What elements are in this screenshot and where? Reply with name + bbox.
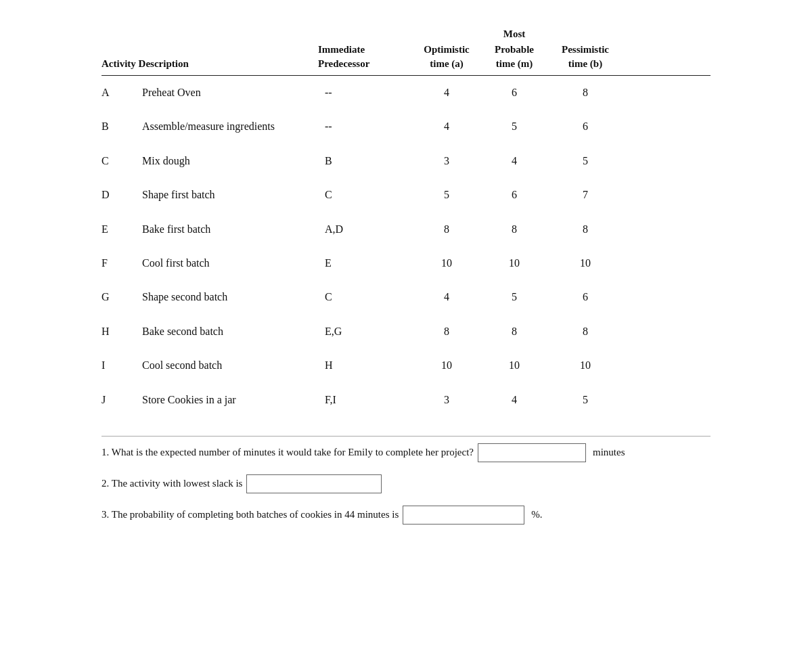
cell-desc: Bake first batch: [142, 222, 318, 237]
cell-pred: --: [318, 85, 413, 100]
cell-pred: C: [318, 187, 413, 202]
cell-time-m: 10: [480, 256, 548, 271]
cell-time-b: 8: [548, 85, 623, 100]
cell-id: G: [102, 290, 142, 305]
question-1-text: 1. What is the expected number of minute…: [102, 447, 474, 458]
header-top-row: Most: [102, 27, 710, 41]
cell-time-a: 3: [413, 154, 480, 169]
cell-pred: C: [318, 290, 413, 305]
question-3-unit: %.: [531, 509, 542, 520]
cell-time-b: 6: [548, 119, 623, 134]
question-2-row: 2. The activity with lowest slack is: [102, 474, 710, 493]
question-3-row: 3. The probability of completing both ba…: [102, 506, 710, 525]
questions-section: 1. What is the expected number of minute…: [102, 436, 710, 525]
cell-time-m: 10: [480, 358, 548, 373]
cell-id: B: [102, 119, 142, 134]
col-optimistic-header: Optimistic time (a): [413, 43, 480, 71]
cell-id: J: [102, 393, 142, 407]
cell-time-m: 4: [480, 154, 548, 169]
cell-desc: Store Cookies in a jar: [142, 393, 318, 407]
cell-time-b: 5: [548, 154, 623, 169]
most-label: Most: [480, 27, 548, 41]
cell-pred: --: [318, 119, 413, 134]
col3-blank-top: [318, 27, 413, 41]
time-b-label: time (b): [568, 57, 602, 71]
cell-time-m: 5: [480, 290, 548, 305]
table-row: F Cool first batch E 10 10 10: [102, 246, 710, 280]
cell-id: I: [102, 358, 142, 373]
cell-id: C: [102, 154, 142, 169]
pessimistic-label: Pessimistic: [562, 43, 609, 57]
cell-desc: Mix dough: [142, 154, 318, 169]
table-row: G Shape second batch C 4 5 6: [102, 280, 710, 314]
col1-blank-top: [102, 27, 142, 41]
activity-table: A Preheat Oven -- 4 6 8 B Assemble/measu…: [102, 76, 710, 417]
cell-id: A: [102, 85, 142, 100]
probable-label: Probable: [495, 43, 534, 57]
cell-time-a: 8: [413, 324, 480, 339]
cell-time-a: 10: [413, 256, 480, 271]
cell-time-b: 6: [548, 290, 623, 305]
table-row: A Preheat Oven -- 4 6 8: [102, 76, 710, 110]
predecessor-label: Predecessor: [318, 57, 369, 71]
cell-id: E: [102, 222, 142, 237]
col4-blank-top: [413, 27, 480, 41]
immediate-label: Immediate: [318, 43, 365, 57]
cell-time-m: 6: [480, 187, 548, 202]
table-row: E Bake first batch A,D 8 8 8: [102, 213, 710, 246]
cell-desc: Bake second batch: [142, 324, 318, 339]
cell-desc: Cool first batch: [142, 256, 318, 271]
cell-id: D: [102, 187, 142, 202]
cell-id: H: [102, 324, 142, 339]
cell-time-a: 5: [413, 187, 480, 202]
cell-time-a: 4: [413, 85, 480, 100]
cell-desc: Shape first batch: [142, 187, 318, 202]
question-3-input[interactable]: [403, 506, 524, 525]
cell-time-b: 10: [548, 256, 623, 271]
header-bottom-row: Activity Description Immediate Predecess…: [102, 43, 710, 76]
cell-pred: E: [318, 256, 413, 271]
cell-time-m: 4: [480, 393, 548, 407]
cell-time-b: 7: [548, 187, 623, 202]
cell-time-m: 8: [480, 222, 548, 237]
cell-desc: Shape second batch: [142, 290, 318, 305]
cell-pred: F,I: [318, 393, 413, 407]
time-m-label: time (m): [496, 57, 533, 71]
question-2-input[interactable]: [246, 474, 382, 493]
cell-time-b: 5: [548, 393, 623, 407]
cell-time-m: 8: [480, 324, 548, 339]
col-probable-header: Probable time (m): [480, 43, 548, 71]
question-1-row: 1. What is the expected number of minute…: [102, 443, 710, 462]
cell-pred: A,D: [318, 222, 413, 237]
page-container: Most Activity Description Immediate Pred…: [102, 27, 710, 525]
col6-blank-top: [548, 27, 623, 41]
cell-pred: E,G: [318, 324, 413, 339]
table-row: D Shape first batch C 5 6 7: [102, 178, 710, 212]
cell-time-b: 8: [548, 222, 623, 237]
table-row: B Assemble/measure ingredients -- 4 5 6: [102, 110, 710, 143]
cell-pred: H: [318, 358, 413, 373]
question-1-unit: minutes: [593, 447, 625, 458]
optimistic-label: Optimistic: [424, 43, 470, 57]
cell-time-a: 3: [413, 393, 480, 407]
question-3-text: 3. The probability of completing both ba…: [102, 509, 399, 520]
time-a-label: time (a): [430, 57, 464, 71]
col2-blank-top: [142, 27, 318, 41]
cell-time-a: 4: [413, 119, 480, 134]
cell-time-m: 6: [480, 85, 548, 100]
col-predecessor-header: Immediate Predecessor: [318, 43, 413, 71]
cell-time-m: 5: [480, 119, 548, 134]
cell-desc: Preheat Oven: [142, 85, 318, 100]
col-pessimistic-header: Pessimistic time (b): [548, 43, 623, 71]
cell-time-a: 4: [413, 290, 480, 305]
activity-desc-label: Activity Description: [102, 57, 189, 71]
table-row: J Store Cookies in a jar F,I 3 4 5: [102, 383, 710, 417]
cell-id: F: [102, 256, 142, 271]
question-1-input[interactable]: [478, 443, 586, 462]
cell-desc: Cool second batch: [142, 358, 318, 373]
table-row: H Bake second batch E,G 8 8 8: [102, 315, 710, 349]
cell-pred: B: [318, 154, 413, 169]
cell-time-a: 10: [413, 358, 480, 373]
col-activity-desc: Activity Description: [102, 43, 318, 71]
cell-desc: Assemble/measure ingredients: [142, 119, 318, 134]
